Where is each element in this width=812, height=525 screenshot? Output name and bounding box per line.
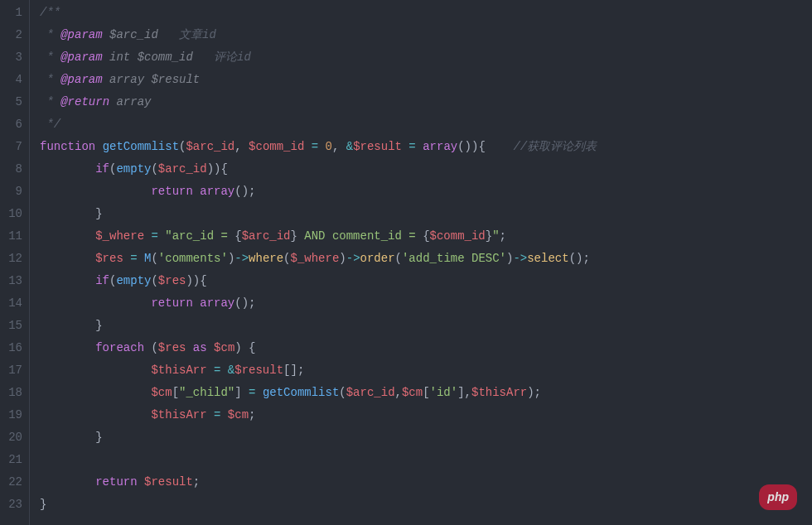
code-token: $arc_id	[109, 28, 158, 41]
code-line[interactable]: $thisArr = &$result[];	[40, 359, 812, 382]
code-token: (	[339, 386, 346, 399]
code-token	[40, 475, 95, 489]
code-token: (	[151, 252, 157, 265]
code-token: }	[40, 319, 103, 332]
code-token: ();	[234, 185, 255, 198]
code-token: array	[200, 296, 234, 310]
line-number: 5	[0, 91, 22, 113]
code-line[interactable]: * @return array	[40, 91, 812, 113]
code-token: empty	[116, 274, 151, 287]
code-line[interactable]: return array();	[40, 181, 812, 203]
code-line[interactable]: $thisArr = $cm;	[40, 404, 812, 426]
code-token: $comm_id	[430, 229, 486, 243]
code-token: array $result	[109, 73, 200, 86]
code-token: */	[40, 118, 60, 131]
code-token: ->	[234, 252, 249, 265]
line-number: 14	[0, 292, 22, 315]
code-token: &	[228, 364, 234, 377]
code-token: $cm	[151, 386, 172, 399]
code-token: $cm	[402, 386, 423, 399]
line-number: 22	[0, 471, 22, 494]
code-token: $cm	[228, 408, 249, 421]
code-token: )	[339, 252, 346, 265]
code-token: @param	[60, 51, 102, 64]
code-token	[193, 296, 200, 310]
code-token: $arc_id	[242, 229, 291, 243]
line-number: 19	[0, 404, 22, 426]
line-number: 15	[0, 315, 22, 337]
code-line[interactable]: * @param $arc_id 文章id	[40, 24, 812, 46]
code-line[interactable]: * @param array $result	[40, 69, 812, 91]
code-token	[40, 252, 95, 265]
code-token	[40, 229, 95, 243]
code-token: @param	[60, 28, 102, 41]
code-token	[40, 386, 151, 399]
code-token: (	[151, 162, 157, 176]
code-line[interactable]: }	[40, 315, 812, 337]
code-token: 'comments'	[158, 252, 228, 265]
code-token: }	[40, 207, 103, 220]
code-token: ();	[569, 252, 590, 265]
code-token	[207, 408, 214, 421]
code-token	[207, 341, 214, 354]
code-line[interactable]: $_where = "arc_id = {$arc_id} AND commen…	[40, 225, 812, 248]
code-editor[interactable]: 1234567891011121314151617181920212223 /*…	[0, 0, 812, 525]
code-line[interactable]	[40, 449, 812, 471]
code-token: ->	[513, 252, 527, 265]
code-line[interactable]: }	[40, 426, 812, 449]
code-token: $_where	[291, 252, 340, 265]
code-token: AND comment_id =	[297, 229, 423, 243]
code-token: }	[486, 229, 492, 243]
code-line[interactable]: if(empty($arc_id)){	[40, 158, 812, 181]
code-token: if	[95, 162, 109, 176]
code-token	[123, 252, 130, 265]
code-line[interactable]: foreach ($res as $cm) {	[40, 337, 812, 359]
code-token: [	[172, 386, 179, 399]
code-token	[138, 252, 144, 265]
code-token: =	[408, 140, 415, 153]
code-token	[255, 386, 262, 399]
code-token	[193, 185, 200, 198]
line-number: 3	[0, 46, 22, 69]
code-line[interactable]: function getCommlist($arc_id, $comm_id =…	[40, 136, 812, 158]
code-token: 评论id	[193, 51, 251, 64]
code-token: $result	[234, 364, 283, 377]
line-number: 23	[0, 494, 22, 516]
line-number: 20	[0, 426, 22, 449]
line-number: 10	[0, 203, 22, 225]
code-token: $result	[353, 140, 402, 153]
code-token	[186, 341, 192, 354]
code-token: where	[249, 252, 283, 265]
code-line[interactable]: * @param int $comm_id 评论id	[40, 46, 812, 69]
code-line[interactable]: if(empty($res)){	[40, 270, 812, 292]
code-token	[40, 162, 95, 176]
code-token: (	[151, 274, 157, 287]
code-token: =	[151, 229, 157, 243]
line-number: 2	[0, 24, 22, 46]
code-token	[103, 51, 109, 64]
code-token	[95, 140, 102, 153]
code-token: &	[346, 140, 353, 153]
code-token: empty	[116, 162, 151, 176]
code-token: {	[423, 229, 429, 243]
code-token: ()){	[457, 140, 513, 153]
code-line[interactable]: return array();	[40, 292, 812, 315]
code-token: $result	[144, 475, 193, 489]
code-token: if	[95, 274, 109, 287]
code-line[interactable]: /**	[40, 2, 812, 24]
code-token: return	[95, 475, 137, 489]
code-token: (	[395, 252, 402, 265]
code-token: $thisArr	[151, 408, 206, 421]
code-line[interactable]: }	[40, 494, 812, 516]
code-token: array	[116, 95, 151, 108]
code-line[interactable]: }	[40, 203, 812, 225]
code-line[interactable]: */	[40, 113, 812, 136]
code-line[interactable]: $cm["_child"] = getCommlist($arc_id,$cm[…	[40, 382, 812, 404]
code-line[interactable]: $res = M('comments')->where($_where)->or…	[40, 248, 812, 270]
code-token	[138, 475, 144, 489]
code-area[interactable]: /** * @param $arc_id 文章id * @param int $…	[30, 0, 812, 525]
code-token: ;	[500, 229, 506, 243]
line-number: 8	[0, 158, 22, 181]
line-number: 11	[0, 225, 22, 248]
code-line[interactable]: return $result;	[40, 471, 812, 494]
